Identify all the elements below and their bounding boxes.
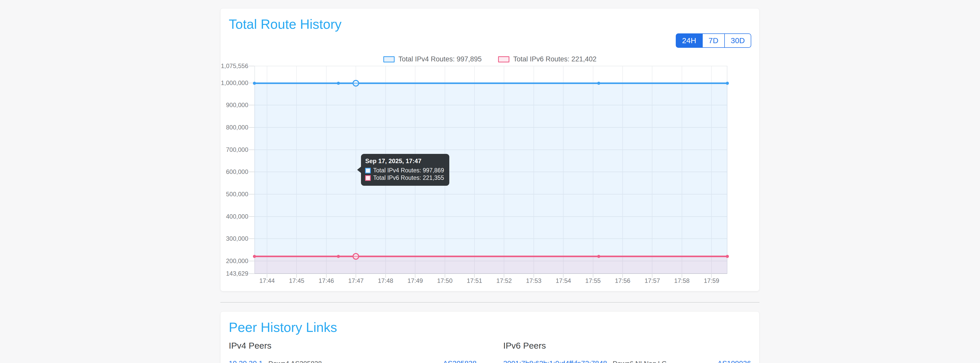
- data-point-marker[interactable]: [253, 255, 256, 258]
- peer-row-ipv4-left: 10.20.30.1 Down4 AS205838: [229, 360, 322, 363]
- y-axis-labels: 1,075,5561,000,000900,000800,000700,0006…: [221, 66, 248, 274]
- data-point-marker[interactable]: [726, 255, 729, 258]
- y-axis-tick: [249, 261, 255, 261]
- x-axis-label: 17:54: [555, 277, 571, 284]
- data-point-marker[interactable]: [597, 255, 600, 258]
- x-axis-labels: 17:4417:4517:4617:4717:4817:4917:5017:51…: [255, 277, 727, 288]
- route-history-card: Total Route History 24H 7D 30D Total IPv…: [220, 8, 759, 291]
- x-axis-label: 17:56: [615, 277, 630, 284]
- x-axis-label: 17:53: [526, 277, 541, 284]
- chart-tooltip: Sep 17, 2025, 17:47 Total IPv4 Routes: 9…: [361, 154, 449, 186]
- legend-swatch-ipv4-icon: [383, 56, 395, 62]
- series-area-0: [255, 83, 727, 274]
- series-area-1: [255, 256, 727, 274]
- peer-columns: IPv4 Peers 10.20.30.1 Down4 AS205838 AS2…: [229, 341, 751, 363]
- y-axis-tick: [249, 273, 255, 274]
- chart-legend: Total IPv4 Routes: 997,895 Total IPv6 Ro…: [221, 55, 759, 63]
- ipv4-peer-description: Down4 AS205838: [268, 360, 322, 363]
- legend-item-ipv6[interactable]: Total IPv6 Routes: 221,402: [498, 55, 597, 63]
- y-axis-label: 143,629: [226, 270, 248, 277]
- range-button-7d[interactable]: 7D: [702, 33, 725, 48]
- y-axis-label: 800,000: [226, 124, 248, 131]
- ipv4-peers-heading: IPv4 Peers: [229, 341, 477, 351]
- y-axis-tick: [249, 66, 255, 66]
- peer-row-ipv4: 10.20.30.1 Down4 AS205838 AS205838: [229, 360, 477, 363]
- route-history-title: Total Route History: [229, 17, 342, 31]
- data-point-marker[interactable]: [597, 82, 600, 85]
- ipv6-peer-asn-link[interactable]: AS199036: [718, 360, 751, 363]
- x-axis-label: 17:57: [644, 277, 660, 284]
- x-axis-label: 17:50: [437, 277, 452, 284]
- x-axis-label: 17:51: [467, 277, 482, 284]
- data-point-marker[interactable]: [253, 82, 256, 85]
- series-line-1: [255, 256, 727, 257]
- x-axis-label: 17:52: [496, 277, 512, 284]
- x-axis-label: 17:59: [704, 277, 719, 284]
- y-axis-label: 200,000: [226, 258, 248, 264]
- page-content: Total Route History 24H 7D 30D Total IPv…: [220, 0, 759, 363]
- tooltip-label-ipv6: Total IPv6 Routes: 221,355: [373, 174, 444, 182]
- y-axis-label: 900,000: [226, 102, 248, 109]
- hovered-point-1: [353, 253, 359, 260]
- tooltip-title: Sep 17, 2025, 17:47: [365, 158, 444, 165]
- tooltip-row-ipv4: Total IPv4 Routes: 997,869: [365, 167, 444, 174]
- y-axis-tick: [249, 216, 255, 217]
- data-point-marker[interactable]: [337, 82, 340, 85]
- ipv6-peers-heading: IPv6 Peers: [503, 341, 751, 351]
- y-axis-label: 1,075,556: [221, 62, 248, 70]
- x-axis-label: 17:48: [378, 277, 393, 284]
- tooltip-caret-icon: [357, 167, 361, 173]
- y-axis-tick: [249, 194, 255, 194]
- chart-plot[interactable]: Sep 17, 2025, 17:47 Total IPv4 Routes: 9…: [255, 66, 727, 274]
- ipv4-peers-column: IPv4 Peers 10.20.30.1 Down4 AS205838 AS2…: [229, 341, 477, 363]
- legend-label-ipv4: Total IPv4 Routes: 997,895: [398, 55, 482, 63]
- x-axis-label: 17:58: [674, 277, 690, 284]
- route-history-header: Total Route History 24H 7D 30D: [221, 8, 759, 48]
- ipv4-peer-address-link[interactable]: 10.20.30.1: [229, 360, 262, 363]
- y-axis-label: 400,000: [226, 213, 248, 220]
- data-point-marker[interactable]: [726, 82, 729, 85]
- y-axis-label: 600,000: [226, 168, 248, 175]
- range-button-24h[interactable]: 24H: [676, 33, 703, 48]
- y-axis-tick: [249, 127, 255, 128]
- y-axis-tick: [249, 150, 255, 150]
- legend-swatch-ipv6-icon: [498, 56, 509, 62]
- y-axis-label: 1,000,000: [221, 80, 248, 87]
- section-divider: [220, 302, 759, 302]
- x-axis-label: 17:46: [319, 277, 334, 284]
- hovered-point-0: [353, 80, 359, 87]
- peer-row-ipv6: 2001:7b8:62b:1:0:d4ff:fe72:7848 Down6 NL…: [503, 360, 751, 363]
- peer-row-ipv6-left: 2001:7b8:62b:1:0:d4ff:fe72:7848 Down6 NL…: [503, 360, 667, 363]
- range-button-30d[interactable]: 30D: [724, 33, 751, 48]
- x-axis-label: 17:45: [289, 277, 304, 284]
- peer-history-title: Peer History Links: [229, 320, 751, 334]
- data-point-marker[interactable]: [337, 255, 340, 258]
- x-axis-label: 17:44: [259, 277, 275, 284]
- legend-item-ipv4[interactable]: Total IPv4 Routes: 997,895: [383, 55, 482, 63]
- x-axis-label: 17:55: [585, 277, 601, 284]
- ipv6-peers-column: IPv6 Peers 2001:7b8:62b:1:0:d4ff:fe72:78…: [503, 341, 751, 363]
- y-axis-label: 500,000: [226, 191, 248, 198]
- y-axis-tick: [249, 172, 255, 172]
- y-axis-label: 700,000: [226, 146, 248, 153]
- time-range-button-group: 24H 7D 30D: [676, 33, 751, 48]
- ipv6-peer-description: Down6 NLNog LG: [612, 360, 667, 363]
- tooltip-label-ipv4: Total IPv4 Routes: 997,869: [373, 167, 444, 174]
- ipv6-peer-address-link[interactable]: 2001:7b8:62b:1:0:d4ff:fe72:7848: [503, 360, 607, 363]
- y-axis-tick: [249, 239, 255, 239]
- y-axis-label: 300,000: [226, 235, 248, 242]
- x-axis-label: 17:47: [348, 277, 364, 284]
- tooltip-swatch-ipv6-icon: [365, 175, 371, 181]
- legend-label-ipv6: Total IPv6 Routes: 221,402: [513, 55, 597, 63]
- y-axis-tick: [249, 105, 255, 105]
- x-axis-label: 17:49: [407, 277, 423, 284]
- tooltip-row-ipv6: Total IPv6 Routes: 221,355: [365, 174, 444, 182]
- series-line-0: [255, 83, 727, 84]
- gridline-horizontal: [255, 66, 727, 66]
- tooltip-swatch-ipv4-icon: [365, 168, 371, 174]
- peer-history-card: Peer History Links IPv4 Peers 10.20.30.1…: [220, 311, 759, 363]
- ipv4-peer-asn-link[interactable]: AS205838: [443, 360, 477, 363]
